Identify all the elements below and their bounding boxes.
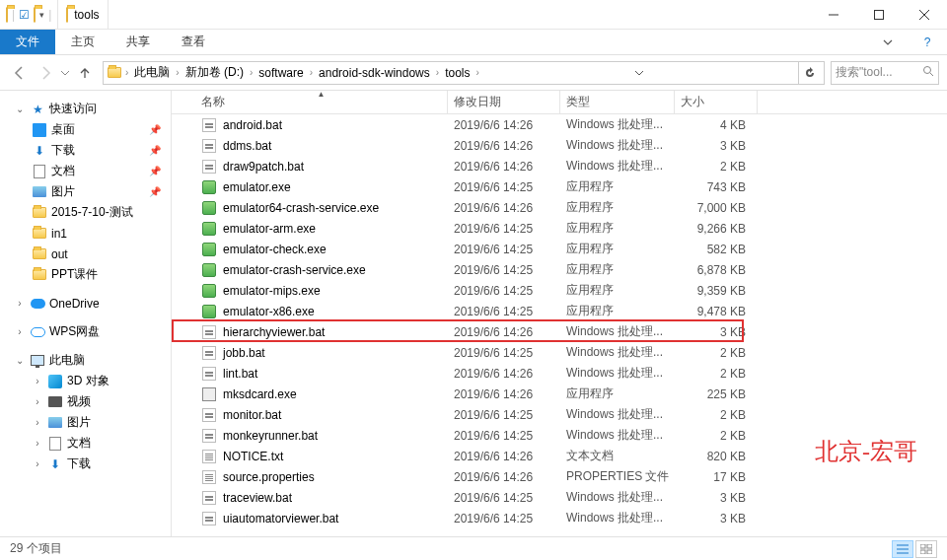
chevron-down-icon[interactable]: ⌄ — [14, 104, 26, 114]
tab-home[interactable]: 主页 — [55, 30, 110, 54]
chevron-right-icon[interactable]: › — [32, 396, 43, 407]
chevron-right-icon[interactable]: › — [32, 458, 43, 469]
file-row[interactable]: ddms.bat 2019/6/6 14:26 Windows 批处理... 3… — [172, 135, 947, 156]
minimize-button[interactable] — [811, 0, 856, 30]
file-row[interactable]: draw9patch.bat 2019/6/6 14:26 Windows 批处… — [172, 156, 947, 176]
sidebar-item[interactable]: ›视频 — [0, 391, 171, 412]
column-date[interactable]: 修改日期 — [448, 91, 560, 113]
sidebar-item[interactable]: ›图片 — [0, 412, 171, 433]
chevron-right-icon[interactable]: › — [32, 376, 43, 386]
file-name: android.bat — [223, 118, 282, 132]
star-icon: ★ — [30, 102, 45, 117]
file-row[interactable]: mksdcard.exe 2019/6/6 14:26 应用程序 225 KB — [172, 384, 947, 404]
history-dropdown[interactable] — [59, 69, 71, 77]
breadcrumb-item[interactable]: 新加卷 (D:) — [182, 62, 248, 84]
search-input[interactable]: 搜索"tool... — [831, 61, 939, 85]
breadcrumb-item[interactable]: software — [255, 62, 307, 84]
sidebar-item[interactable]: 桌面📌 — [0, 119, 171, 140]
details-view-button[interactable] — [892, 540, 913, 558]
file-icon — [201, 469, 217, 485]
file-row[interactable]: android.bat 2019/6/6 14:26 Windows 批处理..… — [172, 114, 947, 135]
sidebar-item[interactable]: out — [0, 244, 171, 264]
file-row[interactable]: emulator-arm.exe 2019/6/6 14:25 应用程序 9,2… — [172, 218, 947, 239]
checkbox-icon[interactable]: ☑ — [19, 8, 30, 22]
file-icon — [201, 428, 217, 444]
sidebar-item[interactable]: ⬇下载📌 — [0, 140, 171, 161]
sidebar-item[interactable]: PPT课件 — [0, 264, 171, 285]
breadcrumb-item[interactable]: android-sdk-windows — [315, 62, 434, 84]
file-row[interactable]: emulator-x86.exe 2019/6/6 14:25 应用程序 9,4… — [172, 301, 947, 321]
chevron-right-icon[interactable]: › — [434, 67, 441, 78]
sidebar-quick-access[interactable]: ⌄ ★ 快速访问 — [0, 99, 171, 119]
chevron-right-icon[interactable]: › — [32, 417, 43, 428]
thumbnails-view-button[interactable] — [915, 540, 937, 558]
file-row[interactable]: emulator-check.exe 2019/6/6 14:25 应用程序 5… — [172, 239, 947, 259]
sidebar-this-pc[interactable]: ⌄ 此电脑 — [0, 350, 171, 371]
close-button[interactable] — [902, 0, 947, 30]
address-dropdown[interactable] — [627, 62, 651, 84]
item-icon — [32, 267, 47, 283]
column-size[interactable]: 大小 — [675, 91, 758, 113]
file-row[interactable]: NOTICE.txt 2019/6/6 14:26 文本文档 820 KB — [172, 446, 947, 466]
qat-item-icon[interactable] — [34, 8, 36, 22]
item-icon — [32, 164, 47, 179]
file-name: emulator-check.exe — [223, 243, 327, 256]
back-button[interactable] — [8, 61, 32, 85]
pin-icon: 📌 — [149, 145, 161, 156]
chevron-down-icon[interactable]: ⌄ — [14, 355, 26, 366]
file-tab[interactable]: 文件 — [0, 30, 55, 54]
file-row[interactable]: emulator-crash-service.exe 2019/6/6 14:2… — [172, 259, 947, 280]
sidebar-item[interactable]: 文档📌 — [0, 161, 171, 181]
file-row[interactable]: traceview.bat 2019/6/6 14:25 Windows 批处理… — [172, 487, 947, 508]
chevron-right-icon[interactable]: › — [14, 326, 26, 337]
sidebar-item[interactable]: ›文档 — [0, 433, 171, 454]
sidebar-wps[interactable]: › WPS网盘 — [0, 321, 171, 342]
chevron-right-icon[interactable]: › — [32, 438, 43, 449]
file-row[interactable]: emulator64-crash-service.exe 2019/6/6 14… — [172, 197, 947, 218]
chevron-right-icon[interactable]: › — [474, 67, 480, 78]
tab-view[interactable]: 查看 — [166, 30, 221, 54]
file-row[interactable]: hierarchyviewer.bat 2019/6/6 14:26 Windo… — [172, 321, 947, 342]
sidebar-item[interactable]: ›⬇下载 — [0, 454, 171, 474]
chevron-right-icon[interactable]: › — [174, 67, 181, 78]
sidebar-item[interactable]: 图片📌 — [0, 181, 171, 202]
sidebar-onedrive[interactable]: › OneDrive — [0, 293, 171, 314]
chevron-right-icon[interactable]: › — [248, 67, 255, 78]
svg-rect-9 — [920, 544, 925, 548]
item-icon — [32, 205, 47, 221]
file-row[interactable]: jobb.bat 2019/6/6 14:25 Windows 批处理... 2… — [172, 342, 947, 363]
file-date: 2019/6/6 14:25 — [448, 284, 560, 298]
file-row[interactable]: emulator-mips.exe 2019/6/6 14:25 应用程序 9,… — [172, 280, 947, 301]
file-size: 2 KB — [675, 429, 758, 443]
breadcrumb-item[interactable]: tools — [441, 62, 474, 84]
file-row[interactable]: monkeyrunner.bat 2019/6/6 14:25 Windows … — [172, 425, 947, 446]
file-date: 2019/6/6 14:25 — [448, 243, 560, 256]
ribbon-expand-button[interactable] — [868, 30, 908, 54]
address-bar[interactable]: › 此电脑 › 新加卷 (D:) › software › android-sd… — [103, 61, 825, 85]
file-row[interactable]: uiautomatorviewer.bat 2019/6/6 14:25 Win… — [172, 508, 947, 528]
breadcrumb-item[interactable]: 此电脑 — [130, 62, 174, 84]
maximize-button[interactable] — [856, 0, 902, 30]
sidebar-item[interactable]: in1 — [0, 223, 171, 244]
tab-share[interactable]: 共享 — [110, 30, 166, 54]
chevron-right-icon[interactable]: › — [14, 298, 26, 309]
sidebar-item[interactable]: ›3D 对象 — [0, 371, 171, 391]
file-row[interactable]: monitor.bat 2019/6/6 14:25 Windows 批处理..… — [172, 404, 947, 425]
forward-button[interactable] — [34, 61, 57, 85]
file-list[interactable]: android.bat 2019/6/6 14:26 Windows 批处理..… — [172, 114, 947, 536]
up-button[interactable] — [73, 61, 97, 85]
qat-overflow-icon[interactable]: ▾ — [39, 10, 44, 20]
column-name[interactable]: ▲名称 — [195, 91, 448, 113]
file-row[interactable]: source.properties 2019/6/6 14:26 PROPERT… — [172, 466, 947, 487]
file-row[interactable]: emulator.exe 2019/6/6 14:25 应用程序 743 KB — [172, 176, 947, 197]
refresh-button[interactable] — [798, 62, 822, 84]
svg-rect-11 — [920, 550, 925, 554]
file-name: traceview.bat — [223, 491, 292, 505]
chevron-right-icon[interactable]: › — [308, 67, 315, 78]
help-button[interactable]: ? — [908, 30, 947, 54]
column-type[interactable]: 类型 — [560, 91, 675, 113]
sidebar-item[interactable]: 2015-7-10-测试 — [0, 202, 171, 223]
file-type: 应用程序 — [560, 385, 675, 402]
file-row[interactable]: lint.bat 2019/6/6 14:26 Windows 批处理... 2… — [172, 363, 947, 384]
chevron-right-icon[interactable]: › — [123, 67, 130, 78]
